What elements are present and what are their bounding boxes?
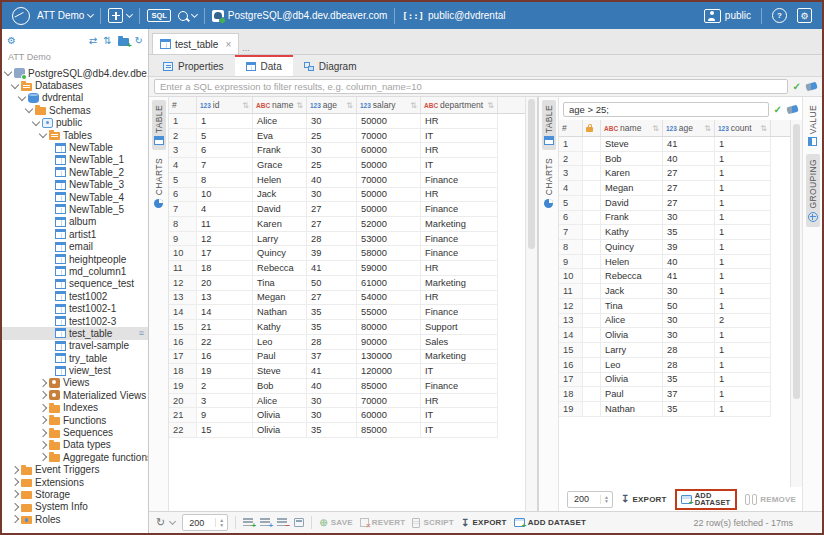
tree-item-newtable-4[interactable]: NewTable_4 bbox=[2, 191, 148, 203]
expand-arrow-icon[interactable] bbox=[11, 503, 19, 511]
data-cell[interactable]: 1 bbox=[715, 387, 771, 402]
expand-arrow-icon[interactable] bbox=[11, 478, 19, 486]
data-cell[interactable]: 50 bbox=[307, 276, 357, 291]
data-cell[interactable]: Paul bbox=[601, 387, 663, 402]
data-cell[interactable]: Steve bbox=[601, 137, 663, 152]
tree-item-artist1[interactable]: artist1 bbox=[2, 228, 148, 240]
main-grid-scrollbar[interactable] bbox=[525, 97, 537, 511]
data-cell[interactable]: Finance bbox=[421, 173, 498, 188]
expand-arrow-icon[interactable] bbox=[11, 465, 19, 473]
data-cell[interactable]: 80000 bbox=[357, 320, 421, 335]
row-number-cell[interactable]: 5 bbox=[559, 196, 583, 211]
data-cell[interactable]: 50000 bbox=[357, 202, 421, 217]
row-number-cell[interactable]: 19 bbox=[169, 379, 197, 394]
data-cell[interactable] bbox=[583, 255, 601, 270]
row-number-cell[interactable]: 13 bbox=[559, 314, 583, 329]
data-cell[interactable]: 10 bbox=[197, 188, 253, 203]
sort-icon[interactable]: ⇅ bbox=[346, 101, 353, 110]
item-menu-icon[interactable]: ≡ bbox=[139, 328, 148, 338]
data-cell[interactable]: IT bbox=[421, 158, 498, 173]
data-cell[interactable]: Eva bbox=[253, 129, 307, 144]
dbeaver-logo-icon[interactable] bbox=[12, 7, 30, 25]
data-cell[interactable]: Jack bbox=[253, 188, 307, 203]
data-cell[interactable]: 39 bbox=[663, 240, 715, 255]
data-cell[interactable] bbox=[583, 402, 601, 417]
data-cell[interactable]: Marketing bbox=[421, 276, 498, 291]
data-cell[interactable] bbox=[583, 196, 601, 211]
data-cell[interactable]: 7 bbox=[197, 158, 253, 173]
scrollbar-thumb[interactable] bbox=[528, 99, 535, 249]
data-cell[interactable]: David bbox=[601, 196, 663, 211]
data-cell[interactable]: Alice bbox=[253, 394, 307, 409]
column-header-[interactable]: # bbox=[169, 97, 197, 113]
tree-item-newtable-2[interactable]: NewTable_2 bbox=[2, 166, 148, 178]
row-number-cell[interactable]: 19 bbox=[559, 402, 583, 417]
expand-arrow-icon[interactable] bbox=[39, 130, 47, 138]
data-cell[interactable]: 28 bbox=[307, 335, 357, 350]
data-cell[interactable]: 28 bbox=[307, 232, 357, 247]
data-cell[interactable]: 35 bbox=[307, 320, 357, 335]
data-cell[interactable] bbox=[583, 387, 601, 402]
column-header-salary[interactable]: 123salary⇅ bbox=[357, 97, 421, 113]
data-cell[interactable]: HR bbox=[421, 188, 498, 203]
sort-icon[interactable]: ⇅ bbox=[652, 124, 659, 133]
data-cell[interactable]: IT bbox=[421, 408, 498, 423]
row-number-cell[interactable]: 11 bbox=[559, 284, 583, 299]
data-cell[interactable]: Finance bbox=[421, 202, 498, 217]
data-cell[interactable]: 2 bbox=[715, 314, 771, 329]
data-cell[interactable]: 30 bbox=[663, 284, 715, 299]
row-number-cell[interactable]: 9 bbox=[559, 255, 583, 270]
row-number-cell[interactable]: 8 bbox=[559, 240, 583, 255]
connection-selector[interactable]: PostgreSQL@db4.dev.dbeaver.com bbox=[212, 10, 388, 22]
data-cell[interactable]: 30 bbox=[307, 188, 357, 203]
tree-item-system-info[interactable]: System Info bbox=[2, 501, 148, 513]
expand-arrow-icon[interactable] bbox=[11, 515, 19, 523]
data-cell[interactable]: 1 bbox=[197, 114, 253, 129]
row-number-cell[interactable]: 12 bbox=[169, 276, 197, 291]
data-cell[interactable]: 35 bbox=[307, 305, 357, 320]
tree-item-public[interactable]: public bbox=[2, 117, 148, 129]
data-cell[interactable]: Alice bbox=[601, 314, 663, 329]
data-cell[interactable]: 1 bbox=[715, 299, 771, 314]
data-cell[interactable]: Steve bbox=[253, 364, 307, 379]
data-cell[interactable]: 30 bbox=[307, 394, 357, 409]
tree-item-heightpeople[interactable]: heightpeople bbox=[2, 253, 148, 265]
data-cell[interactable]: 1 bbox=[715, 225, 771, 240]
data-cell[interactable]: 70000 bbox=[357, 173, 421, 188]
data-cell[interactable]: 85000 bbox=[357, 423, 421, 438]
tree-item-md-column1[interactable]: md_column1 bbox=[2, 265, 148, 277]
row-number-cell[interactable]: 13 bbox=[169, 291, 197, 306]
tree-item-sequences[interactable]: Sequences bbox=[2, 426, 148, 438]
data-cell[interactable]: 1 bbox=[715, 181, 771, 196]
data-cell[interactable]: Finance bbox=[421, 379, 498, 394]
apply-filter-icon[interactable]: ✓ bbox=[793, 82, 801, 92]
expand-arrow-icon[interactable] bbox=[18, 93, 26, 101]
row-number-cell[interactable]: 7 bbox=[559, 225, 583, 240]
data-cell[interactable]: 30 bbox=[307, 114, 357, 129]
tree-item-data-types[interactable]: Data types bbox=[2, 439, 148, 451]
tree-item-newtable[interactable]: NewTable bbox=[2, 141, 148, 153]
data-cell[interactable] bbox=[583, 181, 601, 196]
data-cell[interactable]: 130000 bbox=[357, 350, 421, 365]
data-cell[interactable]: 27 bbox=[307, 217, 357, 232]
collapse-all-icon[interactable]: ⇅ bbox=[103, 36, 111, 46]
gear-icon[interactable]: ⚙ bbox=[7, 36, 16, 46]
row-number-cell[interactable]: 17 bbox=[169, 350, 197, 365]
tab-properties[interactable]: Properties bbox=[152, 55, 235, 76]
data-cell[interactable]: Tina bbox=[601, 299, 663, 314]
data-cell[interactable] bbox=[583, 328, 601, 343]
data-cell[interactable]: 54000 bbox=[357, 291, 421, 306]
row-number-cell[interactable]: 1 bbox=[559, 137, 583, 152]
row-number-cell[interactable]: 16 bbox=[169, 335, 197, 350]
data-cell[interactable]: Rebecca bbox=[253, 261, 307, 276]
data-cell[interactable]: 28 bbox=[663, 343, 715, 358]
data-cell[interactable]: 35 bbox=[663, 402, 715, 417]
column-header-key[interactable] bbox=[583, 120, 601, 136]
row-number-cell[interactable]: 20 bbox=[169, 394, 197, 409]
tree-item-materialized-views[interactable]: Materialized Views bbox=[2, 389, 148, 401]
settings-button[interactable]: ⚙ bbox=[797, 8, 812, 23]
row-number-cell[interactable]: 10 bbox=[169, 246, 197, 261]
data-cell[interactable] bbox=[583, 152, 601, 167]
data-cell[interactable]: 30 bbox=[663, 328, 715, 343]
data-cell[interactable]: 58000 bbox=[357, 246, 421, 261]
